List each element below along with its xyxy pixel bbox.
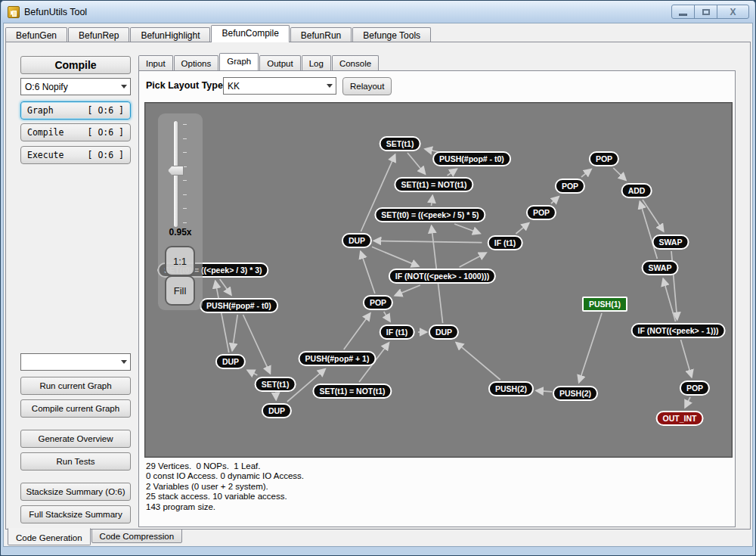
main-tab-befuncompile[interactable]: BefunCompile xyxy=(211,25,289,42)
main-tab-befunrep[interactable]: BefunRep xyxy=(68,27,129,42)
stat-line: 29 Vertices. 0 NOPs. 1 Leaf. xyxy=(146,461,304,471)
graph-node[interactable]: PUSH(#pop# + 1) xyxy=(299,351,376,366)
compile-tab-graph[interactable]: Graph xyxy=(219,53,259,70)
button-label: Compile xyxy=(27,127,64,138)
titlebar: BefunUtils Tool X xyxy=(2,1,754,23)
main-tab-befunrun[interactable]: BefunRun xyxy=(290,27,352,42)
stat-line: 2 Variables (0 user + 2 system). xyxy=(146,482,304,492)
graph-node[interactable]: PUSH(2) xyxy=(553,386,598,401)
graph-node[interactable]: IF (NOT((<peek> - 1000))) xyxy=(389,269,496,284)
graph-node[interactable]: IF (t1) xyxy=(488,235,523,250)
button-label: Graph xyxy=(27,105,54,116)
bottom-tab-code-compression[interactable]: Code Compression xyxy=(91,529,182,543)
main-tab-befungen[interactable]: BefunGen xyxy=(5,27,67,42)
dropdown-arrow-icon xyxy=(117,79,130,95)
graph-node[interactable]: PUSH(1) xyxy=(582,297,627,312)
run-current-graph-button[interactable]: Run current Graph xyxy=(20,377,131,395)
close-icon: X xyxy=(730,8,736,17)
generate-overview-button[interactable]: Generate Overview xyxy=(20,430,131,448)
graph-node[interactable]: PUSH(#pop# - t0) xyxy=(432,151,511,166)
compile-tab-console[interactable]: Console xyxy=(332,55,379,70)
graph-node[interactable]: IF (NOT((<peek> - 1))) xyxy=(631,323,726,338)
relayout-button[interactable]: Relayout xyxy=(342,77,392,95)
graph-statistics: 29 Vertices. 0 NOPs. 1 Leaf.0 const IO A… xyxy=(146,461,304,512)
graph-node[interactable]: SWAP xyxy=(652,235,689,250)
graph-o6-button[interactable]: Graph[ O:6 ] xyxy=(20,101,131,120)
graph-node[interactable]: SET(t0) = ((<peek> / 5) * 5) xyxy=(374,207,485,222)
compile-tab-log[interactable]: Log xyxy=(302,55,331,70)
graph-node[interactable]: SET(t1) xyxy=(255,377,296,392)
layout-type-dropdown[interactable]: KK xyxy=(223,77,336,95)
graph-node[interactable]: SET(t1) = NOT(t1) xyxy=(312,384,392,399)
bottom-tab-strip: Code GenerationCode Compression xyxy=(8,529,183,547)
code-generation-page: CompileO:6 NopifyGraph[ O:6 ]Compile[ O:… xyxy=(5,42,751,530)
compile-o6-button[interactable]: Compile[ O:6 ] xyxy=(20,123,131,141)
main-tab-strip: BefunGenBefunRepBefunHighlightBefunCompi… xyxy=(5,25,751,42)
graph-node[interactable]: PUSH(2) xyxy=(488,381,534,396)
zoom-panel: 0.95x 1:1 Fill xyxy=(158,113,203,310)
zoom-slider-thumb[interactable] xyxy=(168,166,184,175)
graph-node[interactable]: ADD xyxy=(621,183,652,198)
run-tests-button[interactable]: Run Tests xyxy=(20,452,131,471)
graph-node[interactable]: SET(t1) xyxy=(380,136,421,151)
graph-canvas[interactable]: 0.95x 1:1 Fill SET(t1)PUSH(#pop# - t0)PO… xyxy=(144,102,733,458)
graph-node[interactable]: OUT_INT xyxy=(656,411,704,426)
graph-node[interactable]: SET(t1) = NOT(t1) xyxy=(394,177,473,192)
pick-layout-type-label: Pick Layout Type xyxy=(146,80,223,91)
graph-node[interactable]: SWAP xyxy=(642,260,679,275)
close-button[interactable]: X xyxy=(717,5,749,19)
compile-tab-strip: InputOptionsGraphOutputLogConsole xyxy=(138,53,380,70)
graph-node[interactable]: DUP xyxy=(429,325,459,340)
button-suffix: [ O:6 ] xyxy=(88,127,124,138)
minimize-icon xyxy=(679,14,687,16)
dropdown-arrow-icon xyxy=(117,354,130,370)
graph-node[interactable]: POP xyxy=(680,381,710,396)
sidebar: CompileO:6 NopifyGraph[ O:6 ]Compile[ O:… xyxy=(20,42,131,529)
graph-select-dropdown[interactable] xyxy=(20,353,131,371)
compile-tab-output[interactable]: Output xyxy=(259,55,301,70)
main-tab-befunge-tools[interactable]: Befunge Tools xyxy=(352,27,431,42)
window-client-area: BefunGenBefunRepBefunHighlightBefunCompi… xyxy=(3,23,753,547)
maximize-button[interactable] xyxy=(694,5,717,19)
execute-o6-button[interactable]: Execute[ O:6 ] xyxy=(20,146,131,164)
compile-tab-options[interactable]: Options xyxy=(174,55,219,70)
bottom-tab-code-generation[interactable]: Code Generation xyxy=(8,528,91,545)
compile-current-graph-button[interactable]: Compile current Graph xyxy=(20,399,131,418)
window-controls: X xyxy=(672,5,749,19)
graph-node[interactable]: POP xyxy=(526,205,556,220)
graph-node[interactable]: DUP xyxy=(342,233,372,248)
layout-type-value: KK xyxy=(228,81,240,92)
compile-header-button[interactable]: Compile xyxy=(20,56,131,74)
stacksize-summary-button[interactable]: Stacksize Summary (O:6) xyxy=(20,483,131,501)
stat-line: 143 program size. xyxy=(146,502,304,512)
optimization-dropdown[interactable]: O:6 Nopify xyxy=(20,78,131,95)
window-title: BefunUtils Tool xyxy=(24,7,87,17)
graph-node[interactable]: POP xyxy=(589,151,619,166)
main-tab-befunhighlight[interactable]: BefunHighlight xyxy=(130,27,210,42)
graph-node[interactable]: PUSH(#pop# - t0) xyxy=(200,298,278,313)
button-suffix: [ O:6 ] xyxy=(88,150,124,160)
compile-tab-input[interactable]: Input xyxy=(138,55,173,70)
graph-node[interactable]: IF (t1) xyxy=(380,325,415,340)
app-logo-icon xyxy=(8,6,20,18)
graph-node[interactable]: POP xyxy=(363,295,393,310)
graph-node[interactable]: DUP xyxy=(262,403,292,418)
optimization-dropdown-value: O:6 Nopify xyxy=(25,82,68,92)
stat-line: 0 const IO Access. 0 dynamic IO Access. xyxy=(146,471,304,481)
dropdown-arrow-icon xyxy=(323,78,336,94)
button-label: Execute xyxy=(27,150,64,160)
zoom-fill-button[interactable]: Fill xyxy=(165,275,195,306)
zoom-one-to-one-button[interactable]: 1:1 xyxy=(165,246,195,276)
button-suffix: [ O:6 ] xyxy=(88,105,124,116)
stat-line: 25 stack access. 10 variable access. xyxy=(146,492,304,502)
maximize-icon xyxy=(702,9,710,15)
zoom-level-label: 0.95x xyxy=(158,227,203,238)
minimize-button[interactable] xyxy=(671,5,695,19)
full-stacksize-summary-button[interactable]: Full Stacksize Summary xyxy=(20,505,131,523)
graph-node[interactable]: DUP xyxy=(215,354,246,369)
app-window: BefunUtils Tool X BefunGenBefunRepBefunH… xyxy=(0,0,756,556)
graph-node[interactable]: POP xyxy=(555,179,585,194)
